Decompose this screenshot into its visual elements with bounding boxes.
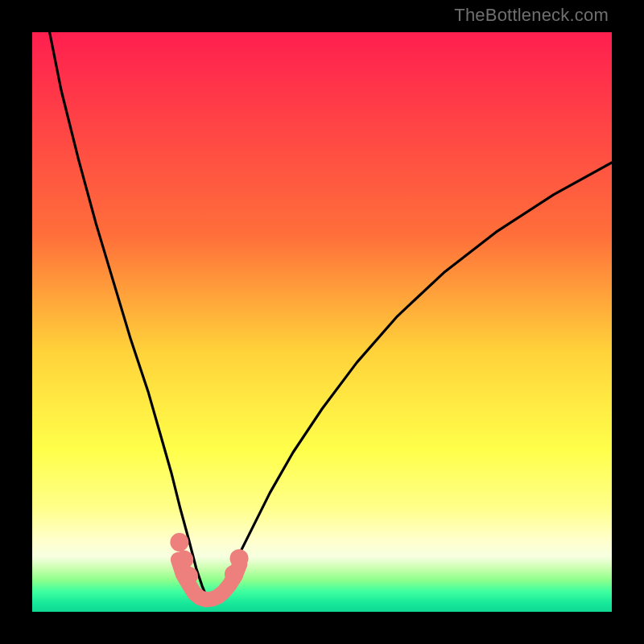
chart-frame: TheBottleneck.com xyxy=(0,0,644,644)
bottleneck-curve-line xyxy=(50,32,612,599)
highlight-marker xyxy=(230,549,249,568)
highlight-marker xyxy=(180,567,198,585)
highlight-marker xyxy=(175,551,193,569)
chart-svg xyxy=(32,32,612,612)
watermark-text: TheBottleneck.com xyxy=(454,5,609,26)
highlight-marker xyxy=(170,533,188,551)
plot-area xyxy=(32,32,612,612)
